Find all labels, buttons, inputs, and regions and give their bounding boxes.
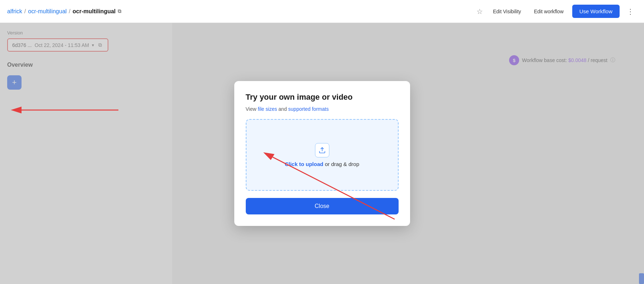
close-modal-button[interactable]: Close: [246, 198, 399, 214]
breadcrumb: alfrick / ocr-multilingual / ocr-multili…: [7, 8, 475, 15]
header-actions: ☆ Edit Visibility Edit workflow Use Work…: [475, 5, 637, 18]
supported-formats-link[interactable]: supported formats: [288, 106, 329, 112]
modal-subtitle: View file sizes and supported formats: [246, 106, 399, 112]
breadcrumb-user-link[interactable]: alfrick: [7, 8, 22, 15]
upload-drop-area[interactable]: Click to upload or drag & drop: [246, 119, 399, 191]
upload-text: Click to upload or drag & drop: [285, 161, 359, 167]
use-workflow-button[interactable]: Use Workflow: [572, 5, 620, 18]
edit-workflow-button[interactable]: Edit workflow: [530, 6, 568, 17]
file-sizes-link[interactable]: file sizes: [258, 106, 277, 112]
header: alfrick / ocr-multilingual / ocr-multili…: [0, 0, 644, 23]
upload-icon: [315, 143, 329, 157]
breadcrumb-repo-link[interactable]: ocr-multilingual: [28, 8, 67, 15]
main-content: Version 6d376 ... Oct 22, 2024 - 11:53 A…: [0, 23, 644, 284]
click-to-upload-link[interactable]: Click to upload: [285, 161, 324, 167]
breadcrumb-sep-1: /: [24, 8, 26, 15]
modal-title: Try your own image or video: [246, 93, 399, 102]
edit-visibility-button[interactable]: Edit Visibility: [489, 6, 525, 17]
breadcrumb-current: ocr-multilingual ⧉: [72, 8, 121, 15]
upload-modal: Try your own image or video View file si…: [234, 81, 410, 226]
breadcrumb-sep-2: /: [69, 8, 70, 15]
star-button[interactable]: ☆: [475, 6, 484, 17]
modal-overlay: Try your own image or video View file si…: [0, 23, 644, 284]
copy-breadcrumb-icon[interactable]: ⧉: [118, 8, 121, 14]
more-options-button[interactable]: ⋮: [624, 6, 637, 17]
